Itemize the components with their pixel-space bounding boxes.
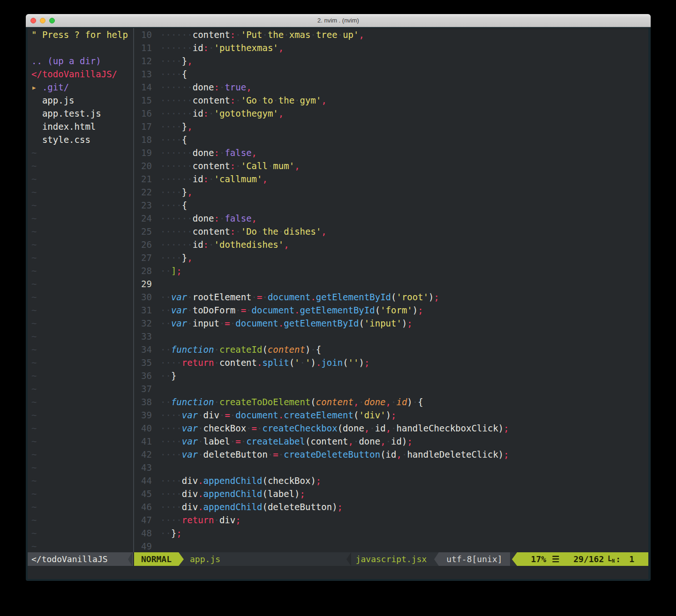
sidebar-file-list: " Press ? for help.. (up a dir)</todoVan…: [28, 28, 133, 553]
netrw-dir-git[interactable]: ▸ .git/: [28, 81, 133, 94]
code-line[interactable]: 18····{: [134, 133, 648, 146]
code-line[interactable]: 11······id:·'putthexmas',: [134, 41, 648, 54]
code-line-text: ····{: [160, 199, 187, 212]
code-line[interactable]: 42····var·deleteButton·=·createDeleteBut…: [134, 448, 648, 461]
line-number: 43: [134, 461, 152, 474]
chevron-left-icon: [128, 552, 132, 566]
code-line[interactable]: 27····},: [134, 251, 648, 264]
empty-line-tilde: ~: [28, 317, 133, 330]
line-number: 42: [134, 448, 152, 461]
code-line[interactable]: 29: [134, 277, 648, 290]
code-line[interactable]: 32··var·input·=·document.getElementById(…: [134, 317, 648, 330]
window-titlebar[interactable]: 2. nvim . (nvim): [26, 14, 651, 27]
empty-line-tilde: ~: [28, 277, 133, 290]
code-line[interactable]: 45····div.appendChild(label);: [134, 487, 648, 500]
code-line[interactable]: 48··};: [134, 527, 648, 540]
empty-line-tilde: ~: [28, 212, 133, 225]
zoom-button[interactable]: [49, 18, 55, 23]
netrw-updir-item[interactable]: .. (up a dir): [28, 54, 133, 67]
code-line[interactable]: 39····var·div·=·document.createElement('…: [134, 408, 648, 422]
line-number: 40: [134, 422, 152, 435]
netrw-file-app-test-js[interactable]: app.test.js: [28, 107, 133, 120]
statusline-position-segment: 17% ☰ 29/162 LN : 1: [517, 552, 648, 566]
code-line-text: ··}: [160, 369, 176, 382]
code-line[interactable]: 24······done:·false,: [134, 212, 648, 225]
code-line[interactable]: 49: [134, 540, 648, 553]
statusline-filename: app.js: [190, 552, 220, 566]
line-number: 23: [134, 199, 152, 212]
code-line[interactable]: 47····return·div;: [134, 513, 648, 527]
line-number: 39: [134, 408, 152, 422]
netrw-file-app-js[interactable]: app.js: [28, 94, 133, 107]
empty-line-tilde: ~: [28, 159, 133, 172]
code-line[interactable]: 21······id:·'callmum',: [134, 172, 648, 186]
line-number: 18: [134, 133, 152, 146]
code-line[interactable]: 10······content:·'Put·the·xmas·tree·up',: [134, 28, 648, 41]
empty-line-tilde: ~: [28, 422, 133, 435]
mode-indicator: NORMAL: [134, 552, 179, 566]
code-line[interactable]: 23····{: [134, 199, 648, 212]
statusline: </todoVanillaJS NORMAL app.js javascript…: [28, 552, 648, 566]
line-number: 45: [134, 487, 152, 500]
code-line[interactable]: 22····},: [134, 186, 648, 199]
code-line[interactable]: 25······content:·'Do·the·dishes',: [134, 225, 648, 238]
netrw-file-style-css[interactable]: style.css: [28, 133, 133, 146]
powerline-arrow-left-icon: [346, 552, 351, 566]
code-line[interactable]: 34··function·createId(content)·{: [134, 343, 648, 356]
code-line-text: ······content:·'Put·the·xmas·tree·up',: [160, 28, 364, 41]
empty-line-tilde: ~: [28, 369, 133, 382]
empty-line-tilde: ~: [28, 304, 133, 317]
code-line[interactable]: 43: [134, 461, 648, 474]
close-button[interactable]: [30, 18, 36, 23]
code-line[interactable]: 46····div.appendChild(deleteButton);: [134, 500, 648, 513]
code-line[interactable]: 36··}: [134, 369, 648, 382]
code-line[interactable]: 26······id:·'dothedishes',: [134, 238, 648, 251]
code-line-text: ··var·rootElement·=·document.getElementB…: [160, 290, 439, 304]
minimize-button[interactable]: [40, 18, 45, 23]
traffic-lights: [30, 18, 55, 23]
line-number: 10: [134, 28, 152, 41]
code-line[interactable]: 13····{: [134, 67, 648, 81]
terminal-window: 2. nvim . (nvim) " Press ? for help.. (u…: [26, 14, 651, 581]
column-number: 1: [629, 553, 634, 566]
nvim-editor: " Press ? for help.. (up a dir)</todoVan…: [28, 28, 648, 579]
empty-line-tilde: ~: [28, 540, 133, 553]
code-line[interactable]: 37: [134, 382, 648, 395]
code-line[interactable]: 41····var·label·=·createLabel(content,·d…: [134, 435, 648, 448]
empty-line-tilde: ~: [28, 435, 133, 448]
line-number: 17: [134, 120, 152, 133]
statusline-encoding: utf-8[unix]: [439, 552, 510, 566]
code-line-text: ······done:·false,: [160, 146, 257, 159]
code-line-text: ····return·div;: [160, 513, 241, 527]
line-number: 32: [134, 317, 152, 330]
netrw-file-index-html[interactable]: index.html: [28, 120, 133, 133]
empty-line-tilde: ~: [28, 461, 133, 474]
empty-line-tilde: ~: [28, 238, 133, 251]
command-line[interactable]: [28, 566, 648, 579]
empty-line-tilde: ~: [28, 474, 133, 487]
code-line[interactable]: 19······done:·false,: [134, 146, 648, 159]
code-line[interactable]: 15······content:·'Go·to·the·gym',: [134, 94, 648, 107]
code-line-text: ··};: [160, 527, 182, 540]
line-number: 25: [134, 225, 152, 238]
code-line[interactable]: 20······content:·'Call·mum',: [134, 159, 648, 172]
code-line[interactable]: 44····div.appendChild(checkBox);: [134, 474, 648, 487]
code-line[interactable]: 14······done:·true,: [134, 81, 648, 94]
statusline-filetype: javascript.jsx: [351, 552, 435, 566]
code-line-text: ····},: [160, 251, 193, 264]
code-line[interactable]: 17····},: [134, 120, 648, 133]
code-line[interactable]: 40····var·checkBox·=·createCheckbox(done…: [134, 422, 648, 435]
code-line[interactable]: 35····return·content.split('·').join('')…: [134, 356, 648, 369]
statusline-right-group: javascript.jsx utf-8[unix] 17% ☰ 29/162 …: [346, 552, 648, 566]
code-line[interactable]: 30··var·rootElement·=·document.getElemen…: [134, 290, 648, 304]
code-line[interactable]: 33: [134, 330, 648, 343]
code-line[interactable]: 12····},: [134, 54, 648, 67]
code-line[interactable]: 31··var·toDoForm·=·document.getElementBy…: [134, 304, 648, 317]
line-number: 12: [134, 54, 152, 67]
code-line-text: ····var·checkBox·=·createCheckbox(done,·…: [160, 422, 509, 435]
code-line[interactable]: 38··function·createToDoElement(content,·…: [134, 395, 648, 408]
code-line[interactable]: 28··];: [134, 264, 648, 277]
code-line[interactable]: 16······id:·'gotothegym',: [134, 107, 648, 120]
code-line-text: ····{: [160, 133, 187, 146]
code-line-text: ······done:·true,: [160, 81, 252, 94]
